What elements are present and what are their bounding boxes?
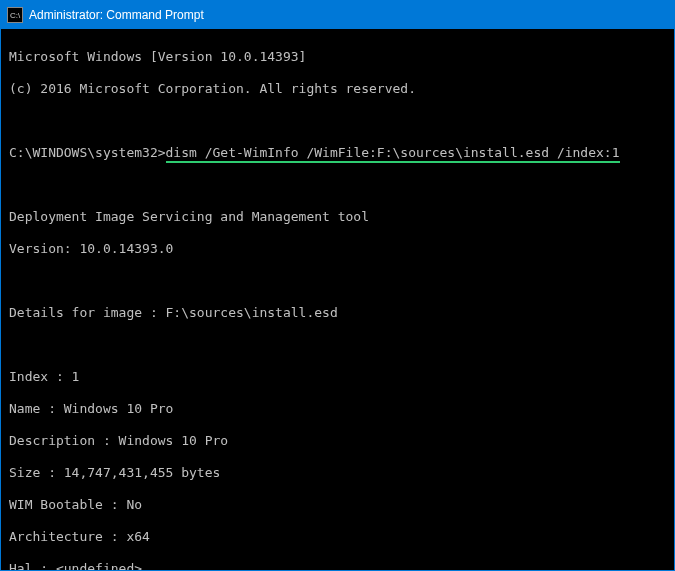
cmd-icon: C:\ bbox=[7, 7, 23, 23]
blank-line bbox=[9, 273, 666, 289]
tool-name-line: Deployment Image Servicing and Managemen… bbox=[9, 209, 666, 225]
blank-line bbox=[9, 113, 666, 129]
terminal-area[interactable]: Microsoft Windows [Version 10.0.14393] (… bbox=[1, 29, 674, 570]
description-line: Description : Windows 10 Pro bbox=[9, 433, 666, 449]
details-for-line: Details for image : F:\sources\install.e… bbox=[9, 305, 666, 321]
windows-version-line: Microsoft Windows [Version 10.0.14393] bbox=[9, 49, 666, 65]
size-line: Size : 14,747,431,455 bytes bbox=[9, 465, 666, 481]
command-text: dism /Get-WimInfo /WimFile:F:\sources\in… bbox=[166, 145, 620, 160]
blank-line bbox=[9, 177, 666, 193]
titlebar[interactable]: C:\ Administrator: Command Prompt bbox=[1, 1, 674, 29]
copyright-line: (c) 2016 Microsoft Corporation. All righ… bbox=[9, 81, 666, 97]
tool-version-line: Version: 10.0.14393.0 bbox=[9, 241, 666, 257]
prompt-text: C:\WINDOWS\system32> bbox=[9, 145, 166, 160]
index-line: Index : 1 bbox=[9, 369, 666, 385]
blank-line bbox=[9, 337, 666, 353]
command-highlight bbox=[166, 161, 620, 163]
hal-line: Hal : <undefined> bbox=[9, 561, 666, 570]
name-line: Name : Windows 10 Pro bbox=[9, 401, 666, 417]
architecture-line: Architecture : x64 bbox=[9, 529, 666, 545]
wim-bootable-line: WIM Bootable : No bbox=[9, 497, 666, 513]
window-title: Administrator: Command Prompt bbox=[29, 8, 668, 22]
command-line: C:\WINDOWS\system32>dism /Get-WimInfo /W… bbox=[9, 145, 666, 161]
command-prompt-window: C:\ Administrator: Command Prompt Micros… bbox=[0, 0, 675, 571]
